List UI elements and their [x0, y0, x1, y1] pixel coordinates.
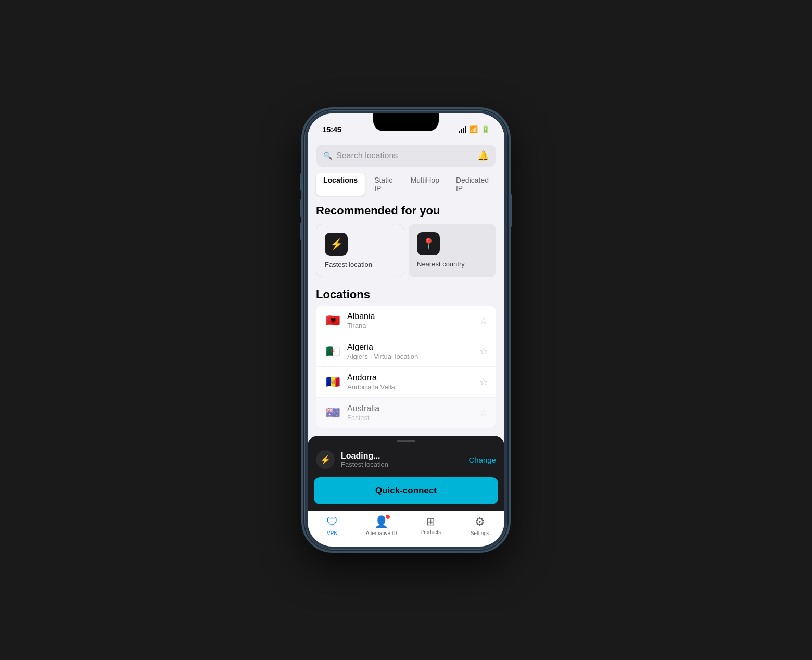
algeria-info: Algeria Algiers - Virtual location	[347, 342, 479, 360]
australia-flag: 🇦🇺	[324, 404, 341, 421]
products-icon: ⊞	[426, 515, 435, 528]
battery-icon: 🔋	[481, 125, 490, 133]
tab-locations[interactable]: Locations	[316, 173, 365, 196]
recommended-cards: ⚡ Fastest location 📍 Nearest country	[308, 224, 504, 277]
andorra-city: Andorra la Vella	[347, 383, 479, 391]
albania-city: Tirana	[347, 322, 479, 329]
nav-settings-label: Settings	[471, 530, 489, 536]
tab-multihop[interactable]: MultiHop	[403, 173, 447, 196]
fastest-location-card[interactable]: ⚡ Fastest location	[316, 224, 404, 277]
search-icon: 🔍	[323, 151, 332, 160]
location-item-andorra[interactable]: 🇦🇩 Andorra Andorra la Vella ☆	[316, 367, 496, 398]
algeria-favorite-icon[interactable]: ☆	[479, 346, 488, 357]
tab-static-ip[interactable]: Static IP	[367, 173, 401, 196]
tab-dedicated-ip[interactable]: Dedicated IP	[449, 173, 496, 196]
locations-list: 🇦🇱 Albania Tirana ☆ 🇩🇿 Algeria Algiers -…	[316, 306, 496, 428]
search-placeholder: Search locations	[336, 151, 473, 160]
australia-city: Fastest	[347, 414, 479, 422]
status-icons: 📶 🔋	[459, 125, 490, 133]
nav-item-alt-id[interactable]: 👤 Alternative ID	[357, 515, 407, 536]
nearest-country-card[interactable]: 📍 Nearest country	[409, 224, 496, 277]
search-bar[interactable]: 🔍 Search locations 🔔	[316, 145, 496, 167]
phone-frame: 15:45 📶 🔋 🔍 Search locations 🔔	[304, 110, 508, 550]
notification-bell-icon[interactable]: 🔔	[477, 150, 489, 161]
tabs-container: Locations Static IP MultiHop Dedicated I…	[308, 167, 504, 196]
location-item-albania[interactable]: 🇦🇱 Albania Tirana ☆	[316, 306, 496, 336]
nearest-country-icon: 📍	[417, 232, 440, 255]
alt-id-badge: 👤	[374, 515, 388, 529]
albania-flag: 🇦🇱	[324, 312, 341, 329]
signal-icon	[459, 126, 466, 133]
connection-bolt-icon: ⚡	[316, 450, 335, 469]
phone-screen: 15:45 📶 🔋 🔍 Search locations 🔔	[308, 113, 504, 547]
australia-info: Australia Fastest	[347, 404, 479, 422]
app-content: 🔍 Search locations 🔔 Locations Static IP…	[308, 139, 504, 547]
fastest-location-icon: ⚡	[325, 233, 348, 256]
nav-item-settings[interactable]: ⚙ Settings	[455, 515, 505, 536]
connection-text: Loading... Fastest location	[341, 451, 468, 468]
albania-name: Albania	[347, 312, 479, 321]
andorra-name: Andorra	[347, 373, 479, 383]
fastest-location-label: Fastest location	[325, 261, 372, 269]
andorra-info: Andorra Andorra la Vella	[347, 373, 479, 391]
locations-title: Locations	[308, 277, 504, 306]
algeria-name: Algeria	[347, 342, 479, 352]
notch	[373, 113, 439, 131]
nav-item-products[interactable]: ⊞ Products	[406, 515, 455, 536]
location-item-australia[interactable]: 🇦🇺 Australia Fastest ☆	[316, 398, 496, 428]
nearest-country-label: Nearest country	[417, 260, 465, 268]
bottom-nav: 🛡 VPN 👤 Alternative ID ⊞ Products	[308, 511, 504, 547]
albania-favorite-icon[interactable]: ☆	[479, 315, 488, 326]
nav-products-label: Products	[421, 529, 441, 535]
albania-info: Albania Tirana	[347, 312, 479, 329]
nav-vpn-label: VPN	[327, 530, 338, 536]
alt-id-icon: 👤	[374, 515, 388, 529]
wifi-icon: 📶	[470, 125, 478, 133]
settings-icon: ⚙	[475, 515, 485, 529]
connection-info: ⚡ Loading... Fastest location Change	[308, 448, 504, 475]
recommended-title: Recommended for you	[308, 196, 504, 224]
nav-alt-id-label: Alternative ID	[366, 530, 397, 536]
vpn-icon: 🛡	[326, 515, 338, 529]
status-time: 15:45	[322, 125, 341, 134]
algeria-flag: 🇩🇿	[324, 343, 341, 360]
location-item-algeria[interactable]: 🇩🇿 Algeria Algiers - Virtual location ☆	[316, 336, 496, 367]
algeria-city: Algiers - Virtual location	[347, 352, 479, 360]
connection-status: Loading...	[341, 451, 468, 461]
nav-item-vpn[interactable]: 🛡 VPN	[308, 515, 357, 536]
quick-connect-button[interactable]: Quick-connect	[314, 477, 498, 504]
change-button[interactable]: Change	[468, 455, 496, 464]
connection-sub: Fastest location	[341, 461, 468, 468]
australia-name: Australia	[347, 404, 479, 413]
bottom-panel: ⚡ Loading... Fastest location Change Qui…	[308, 436, 504, 547]
andorra-flag: 🇦🇩	[324, 374, 341, 390]
andorra-favorite-icon[interactable]: ☆	[479, 376, 488, 388]
australia-favorite-icon[interactable]: ☆	[479, 407, 488, 418]
panel-handle	[397, 440, 415, 442]
